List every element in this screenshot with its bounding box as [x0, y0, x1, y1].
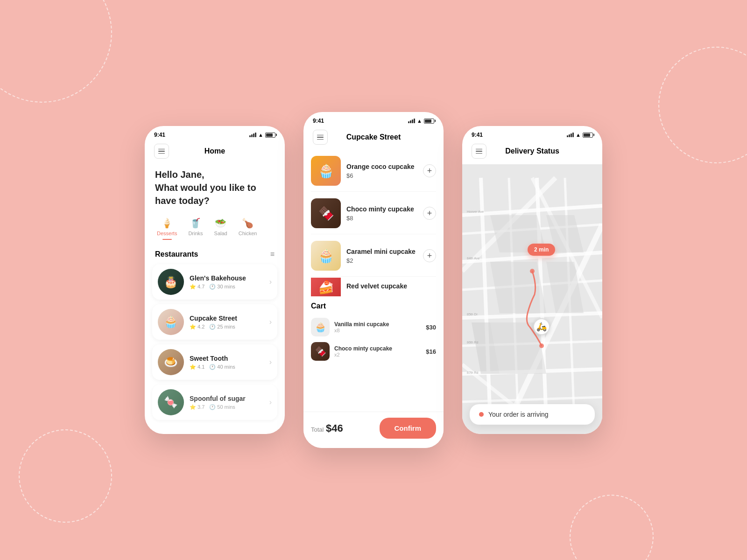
menu-button-1[interactable] — [154, 144, 169, 159]
home-header: Home — [145, 140, 285, 164]
tab-chicken[interactable]: 🍗 Chicken — [234, 215, 262, 243]
list-item: 🍰 Red velvet cupcake — [311, 278, 436, 296]
map-svg: Hoover Ave 84th Ave 85th Dr 86th Rd 87th… — [462, 164, 602, 434]
home-title: Home — [169, 147, 261, 155]
menu-title: Cupcake Street — [328, 133, 419, 141]
svg-text:87th Rd: 87th Rd — [467, 371, 479, 374]
svg-marker-19 — [490, 262, 546, 313]
status-icons-3: ▲ — [567, 132, 593, 138]
caramel-cupcake-name: Caramel mini cupcake — [346, 248, 417, 255]
chevron-right-icon: › — [269, 278, 272, 286]
salad-icon: 🥗 — [215, 217, 226, 229]
driver-icon: 🛵 — [533, 318, 550, 335]
list-item: 🧁 Orange coco cupcake $6 + — [311, 150, 436, 192]
cupcake-meta: ⭐ 4.2 🕐 25 mins — [190, 324, 264, 330]
time-3: 9:41 — [472, 132, 483, 138]
cart-item-2-price: $16 — [426, 348, 436, 355]
chevron-right-icon: › — [269, 358, 272, 366]
orange-cupcake-name: Orange coco cupcake — [346, 163, 417, 170]
cart-item-1-info: Vanilla mini cupcake x8 — [334, 321, 421, 333]
caramel-cupcake-info: Caramel mini cupcake $2 — [346, 248, 417, 264]
desserts-label: Desserts — [157, 231, 177, 236]
choco-cupcake-name: Choco minty cupcake — [346, 205, 417, 213]
drinks-icon: 🥤 — [190, 217, 201, 229]
phone-delivery: 9:41 ▲ Delivery Status — [462, 126, 602, 434]
svg-point-24 — [539, 343, 544, 348]
list-item[interactable]: 🎂 Glen's Bakehouse ⭐ 4.7 🕐 30 mins › — [152, 264, 277, 300]
list-item[interactable]: 🍬 Spoonful of sugar ⭐ 3.7 🕐 50 mins › — [152, 385, 277, 420]
cart-item-1-name: Vanilla mini cupcake — [334, 321, 421, 328]
status-bar-1: 9:41 ▲ — [145, 126, 285, 140]
map-area: Hoover Ave 84th Ave 85th Dr 86th Rd 87th… — [462, 164, 602, 434]
cart-item-2-name: Choco minty cupcake — [334, 345, 421, 352]
status-icons-1: ▲ — [249, 132, 275, 138]
restaurants-title: Restaurants — [155, 250, 198, 259]
greeting-section: Hello Jane, What would you like to have … — [145, 164, 285, 215]
phone-menu: 9:41 ▲ Cupcake Street 🧁 Orange co — [303, 112, 444, 448]
glens-rating: ⭐ 4.7 — [190, 284, 204, 290]
sweettooth-info: Sweet Tooth ⭐ 4.1 🕐 40 mins — [190, 355, 264, 370]
greeting-text: Hello Jane, What would you like to have … — [155, 168, 275, 207]
eta-badge: 2 min — [528, 244, 555, 256]
restaurant-list: 🎂 Glen's Bakehouse ⭐ 4.7 🕐 30 mins › 🧁 C… — [145, 264, 285, 420]
list-item[interactable]: 🍮 Sweet Tooth ⭐ 4.1 🕐 40 mins › — [152, 344, 277, 380]
add-item-button[interactable]: + — [423, 249, 436, 262]
cart-item-2-info: Choco minty cupcake x2 — [334, 345, 421, 357]
add-item-button[interactable]: + — [423, 207, 436, 220]
tab-drinks[interactable]: 🥤 Drinks — [183, 215, 207, 243]
battery-icon-2 — [424, 119, 434, 124]
choco-cupcake-img: 🍫 — [311, 198, 341, 228]
delivery-title: Delivery Status — [486, 147, 578, 155]
svg-text:86th Rd: 86th Rd — [467, 341, 479, 344]
spoonful-info: Spoonful of sugar ⭐ 3.7 🕐 50 mins — [190, 395, 264, 410]
spoonful-name: Spoonful of sugar — [190, 395, 264, 402]
time-1: 9:41 — [154, 132, 165, 138]
cart-item-1-price: $30 — [426, 324, 436, 331]
sweettooth-meta: ⭐ 4.1 🕐 40 mins — [190, 364, 264, 370]
svg-text:Hoover Ave: Hoover Ave — [467, 210, 484, 213]
glens-meta: ⭐ 4.7 🕐 30 mins — [190, 284, 264, 290]
menu-button-2[interactable] — [313, 130, 328, 145]
drinks-label: Drinks — [188, 231, 203, 236]
filter-icon[interactable]: ≡ — [270, 250, 275, 259]
restaurants-header: Restaurants ≡ — [145, 248, 285, 264]
svg-point-23 — [530, 269, 535, 273]
cupcake-time: 🕐 25 mins — [209, 324, 235, 330]
sweettooth-name: Sweet Tooth — [190, 355, 264, 362]
chevron-right-icon: › — [269, 318, 272, 326]
signal-icon-2 — [408, 119, 415, 123]
list-item: 🧁 Caramel mini cupcake $2 + — [311, 235, 436, 277]
sweettooth-time: 🕐 40 mins — [209, 364, 235, 370]
confirm-button[interactable]: Confirm — [380, 418, 437, 439]
list-item: 🍫 Choco minty cupcake $8 + — [311, 193, 436, 234]
tab-desserts[interactable]: 🍦 Desserts — [152, 215, 182, 243]
redvelvet-name: Red velvet cupcake — [346, 282, 436, 290]
tab-salad[interactable]: 🥗 Salad — [210, 215, 232, 243]
svg-text:84th Ave: 84th Ave — [467, 257, 479, 260]
glens-name: Glen's Bakehouse — [190, 274, 264, 282]
desserts-icon: 🍦 — [161, 217, 173, 229]
spoonful-time: 🕐 50 mins — [209, 404, 235, 410]
menu-list: 🧁 Orange coco cupcake $6 + 🍫 Choco minty… — [303, 150, 444, 296]
status-bar-3: 9:41 ▲ — [462, 126, 602, 140]
menu-button-3[interactable] — [472, 144, 486, 159]
glens-image: 🎂 — [158, 269, 184, 295]
orange-cupcake-price: $6 — [346, 172, 417, 179]
cart-section: Cart 🧁 Vanilla mini cupcake x8 $30 🍫 Cho… — [303, 296, 444, 364]
caramel-cupcake-price: $2 — [346, 257, 417, 264]
sweettooth-image: 🍮 — [158, 349, 184, 375]
svg-text:85th Dr: 85th Dr — [467, 313, 478, 316]
list-item[interactable]: 🧁 Cupcake Street ⭐ 4.2 🕐 25 mins › — [152, 304, 277, 340]
choco-cupcake-info: Choco minty cupcake $8 — [346, 205, 417, 222]
cupcake-name: Cupcake Street — [190, 315, 264, 322]
status-dot — [479, 412, 484, 417]
signal-icon-1 — [249, 133, 256, 137]
spoonful-image: 🍬 — [158, 389, 184, 415]
add-item-button[interactable]: + — [423, 164, 436, 177]
chicken-icon: 🍗 — [242, 217, 254, 229]
spoonful-rating: ⭐ 3.7 — [190, 404, 204, 410]
cart-item-1-qty: x8 — [334, 328, 421, 333]
sweettooth-rating: ⭐ 4.1 — [190, 364, 204, 370]
redvelvet-cupcake-img: 🍰 — [311, 278, 341, 296]
status-icons-2: ▲ — [408, 118, 434, 124]
